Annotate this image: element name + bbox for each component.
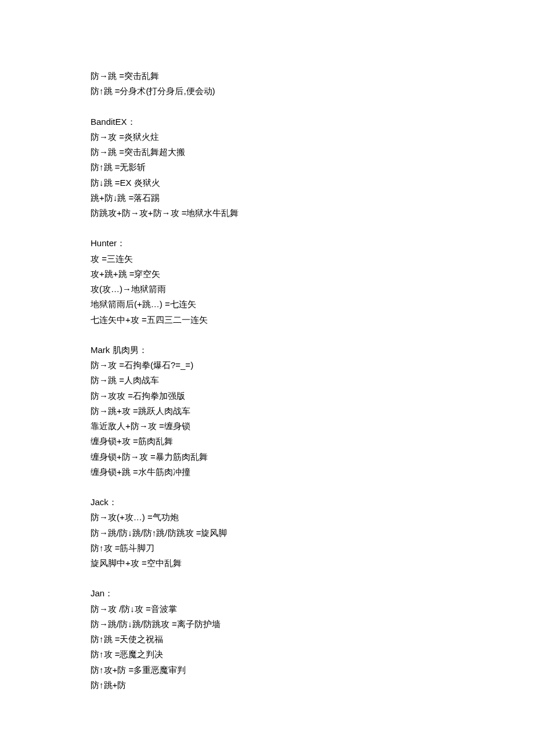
document-page: 防→跳 =突击乱舞 防↑跳 =分身术(打分身后,便会动) BanditEX： 防… (0, 0, 534, 756)
move-line: 防↑跳+防 (91, 678, 459, 693)
move-line: 七连矢中+攻 =五四三二一连矢 (91, 312, 459, 327)
move-line: 缠身锁+攻 =筋肉乱舞 (91, 434, 459, 449)
move-line: 防↑攻 =筋斗脚刀 (91, 541, 459, 556)
move-line: 跳+防↓跳 =落石踢 (91, 190, 459, 206)
section-jan: Jan： 防→攻 /防↓攻 =音波掌 防→跳/防↓跳/防跳攻 =离子防护墙 防↑… (91, 586, 459, 693)
move-line: 缠身锁+防→攻 =暴力筋肉乱舞 (91, 449, 459, 465)
move-line: 防→跳/防↓跳/防跳攻 =离子防护墙 (91, 617, 459, 632)
move-line: 防↑攻+防 =多重恶魔审判 (91, 663, 459, 678)
section-hunter: Hunter： 攻 =三连矢 攻+跳+跳 =穿空矢 攻(攻…)→地狱箭雨 地狱箭… (91, 236, 459, 327)
move-line: 防→跳 =人肉战车 (91, 373, 459, 388)
section-intro: 防→跳 =突击乱舞 防↑跳 =分身术(打分身后,便会动) (91, 69, 459, 99)
move-line: 缠身锁+跳 =水牛筋肉冲撞 (91, 465, 459, 480)
move-line: 防→跳+攻 =跳跃人肉战车 (91, 404, 459, 419)
section-heading: BanditEX： (91, 114, 459, 129)
move-line: 防→跳 =突击乱舞超大搬 (91, 145, 459, 160)
move-line: 防→攻(+攻…) =气功炮 (91, 510, 459, 525)
section-heading: Mark 肌肉男： (91, 343, 459, 358)
move-line: 防→跳 =突击乱舞 (91, 69, 459, 84)
move-line: 防→跳/防↓跳/防↑跳/防跳攻 =旋风脚 (91, 525, 459, 541)
section-banditex: BanditEX： 防→攻 =炎狱火炷 防→跳 =突击乱舞超大搬 防↑跳 =无影… (91, 114, 459, 221)
move-line: 地狱箭雨后(+跳…) =七连矢 (91, 297, 459, 312)
section-heading: Hunter： (91, 236, 459, 251)
move-line: 防↑跳 =分身术(打分身后,便会动) (91, 84, 459, 99)
section-mark: Mark 肌肉男： 防→攻 =石拘拳(爆石?=_=) 防→跳 =人肉战车 防→攻… (91, 343, 459, 480)
move-line: 防↑攻 =恶魔之判决 (91, 647, 459, 662)
move-line: 防跳攻+防→攻+防→攻 =地狱水牛乱舞 (91, 206, 459, 221)
section-jack: Jack： 防→攻(+攻…) =气功炮 防→跳/防↓跳/防↑跳/防跳攻 =旋风脚… (91, 495, 459, 571)
move-line: 防→攻攻 =石拘拳加强版 (91, 388, 459, 404)
move-line: 防↑跳 =无影斩 (91, 160, 459, 175)
move-line: 攻 =三连矢 (91, 251, 459, 267)
move-line: 防↑跳 =天使之祝福 (91, 632, 459, 647)
move-line: 攻+跳+跳 =穿空矢 (91, 267, 459, 282)
move-line: 防↓跳 =EX 炎狱火 (91, 175, 459, 190)
move-line: 防→攻 =炎狱火炷 (91, 129, 459, 145)
move-line: 防→攻 /防↓攻 =音波掌 (91, 602, 459, 617)
move-line: 旋风脚中+攻 =空中乱舞 (91, 556, 459, 571)
move-line: 防→攻 =石拘拳(爆石?=_=) (91, 358, 459, 373)
section-heading: Jack： (91, 495, 459, 510)
move-line: 靠近敌人+防→攻 =缠身锁 (91, 419, 459, 434)
section-heading: Jan： (91, 586, 459, 601)
move-line: 攻(攻…)→地狱箭雨 (91, 282, 459, 297)
